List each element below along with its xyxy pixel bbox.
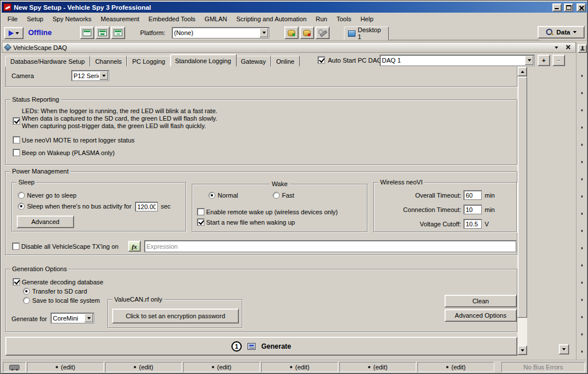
clean-button[interactable]: Clean (444, 295, 517, 307)
generate-for-select[interactable]: CoreMini (51, 313, 94, 323)
menu-item-run[interactable]: Run (311, 14, 332, 24)
beep-wakeup-checkbox[interactable] (13, 149, 20, 156)
database-remove-icon (303, 30, 311, 36)
panel-scroll-down-button[interactable] (559, 344, 569, 354)
panel-menu-button[interactable] (555, 47, 558, 49)
generate-button[interactable]: 1 Generate (5, 337, 517, 356)
generate-for-dropdown-button[interactable] (84, 314, 93, 322)
remote-wakeup-checkbox[interactable] (197, 208, 204, 215)
menu-item-gmlan[interactable]: GMLAN (200, 14, 231, 24)
status-reporting-title: Status Reporting (10, 96, 61, 103)
scroll-up-button[interactable] (517, 67, 527, 76)
transfer-sd-radio[interactable] (23, 288, 30, 295)
disable-tx-checkbox[interactable] (12, 242, 20, 250)
view-button-1[interactable] (80, 26, 94, 39)
minimize-button[interactable] (552, 3, 562, 11)
standalone-logging-page: Camera P12 Series Status Reporting LEDs:… (2, 67, 576, 360)
generate-button-label: Generate (261, 342, 291, 350)
overall-timeout-field[interactable] (463, 190, 482, 200)
menu-item-file[interactable]: File (3, 14, 22, 24)
close-button[interactable] (577, 3, 586, 11)
wake-fast-radio[interactable] (273, 192, 280, 199)
never-sleep-radio[interactable] (18, 192, 25, 199)
led-status-line-1: LEDs: When the logger is running, the re… (22, 107, 218, 114)
advanced-options-button[interactable]: Advanced Options (444, 309, 517, 322)
scroll-down-button[interactable] (517, 345, 527, 355)
camera-dropdown-button[interactable] (99, 71, 108, 80)
connection-timeout-field[interactable] (463, 205, 482, 214)
voltage-cutoff-field[interactable] (463, 219, 482, 229)
tab-standalone-logging[interactable]: Standalone Logging (170, 54, 237, 67)
menu-item-embedded-tools[interactable]: Embedded Tools (144, 14, 200, 24)
status-icon-segment (3, 362, 26, 372)
platform-label: Platform: (140, 29, 165, 36)
title-bar: New Spy Setup - Vehicle Spy 3 Profession… (2, 2, 587, 13)
led-status-checkbox[interactable] (13, 117, 20, 125)
chevron-down-icon (573, 31, 577, 33)
sleep-no-activity-radio[interactable] (18, 203, 25, 210)
menu-item-help[interactable]: Help (356, 14, 378, 24)
menu-item-scripting-and-automation[interactable]: Scripting and Automation (231, 14, 311, 24)
chevron-up-icon (521, 71, 524, 73)
maximize-button[interactable] (564, 3, 573, 11)
database-button-1[interactable] (284, 26, 299, 39)
status-edit-segment-4[interactable]: (edit) (261, 362, 338, 372)
dock-strip (576, 42, 587, 360)
menu-item-spy-networks[interactable]: Spy Networks (48, 14, 96, 24)
status-reporting-group: Status Reporting LEDs: When the logger i… (5, 99, 517, 165)
database-button-2[interactable] (300, 26, 314, 39)
status-edit-label: (edit) (295, 364, 310, 371)
menu-item-measurement[interactable]: Measurement (96, 14, 144, 24)
tab-desktop-1[interactable]: Desktop 1 (344, 26, 389, 40)
view-button-2[interactable] (95, 26, 110, 39)
auto-start-pc-daq-checkbox[interactable] (318, 56, 325, 64)
data-button[interactable]: Data (537, 26, 585, 38)
status-edit-segment-3[interactable]: (edit) (183, 362, 260, 372)
platform-select[interactable]: (None) (172, 27, 269, 38)
expression-input[interactable] (144, 240, 516, 252)
tab-gateway[interactable]: Gateway (236, 56, 271, 67)
vehiclescape-icon (4, 44, 11, 51)
sleep-no-activity-label: Sleep when there's no bus activity for (27, 203, 131, 210)
sleep-timeout-field[interactable] (135, 202, 158, 211)
power-management-title: Power Management (10, 168, 70, 175)
camera-select[interactable]: P12 Series (71, 70, 109, 81)
save-local-radio[interactable] (23, 297, 30, 304)
advanced-button[interactable]: Advanced (17, 215, 74, 228)
menu-item-setup[interactable]: Setup (22, 14, 48, 24)
menu-bar: File Setup Spy Networks Measurement Embe… (2, 13, 587, 25)
tab-channels[interactable]: Channels (90, 56, 127, 67)
database-add-icon (288, 30, 295, 36)
setup-tools-button[interactable] (315, 26, 330, 39)
daq-remove-button[interactable]: − (552, 55, 565, 66)
encryption-password-button[interactable]: Click to set an encryption password (112, 309, 239, 323)
view-button-3[interactable] (111, 26, 125, 39)
new-file-wakeup-label: Start a new file when waking up (206, 219, 295, 226)
neovi-mote-label: Use neoVI MOTE to report logger status (22, 137, 134, 144)
platform-dropdown-button[interactable] (260, 28, 268, 37)
tab-pc-logging[interactable]: PC Logging (127, 56, 171, 67)
play-button[interactable] (4, 27, 24, 39)
app-icon (3, 3, 11, 11)
fx-expression-button[interactable]: fx (128, 241, 141, 252)
daq-add-button[interactable]: + (537, 55, 550, 66)
vertical-scrollbar-thumb[interactable] (517, 76, 527, 318)
daq-select[interactable]: DAQ 1 (380, 55, 535, 66)
daq-dropdown-button[interactable] (525, 56, 533, 65)
panel-close-button[interactable] (564, 44, 572, 51)
status-edit-segment-6[interactable]: (edit) (417, 362, 494, 372)
tab-online[interactable]: Online (271, 56, 300, 67)
new-file-wakeup-checkbox[interactable] (197, 218, 204, 226)
wireless-neovi-group: Wireless neoVI Overall Timeout: min Conn… (373, 182, 517, 232)
status-edit-segment-2[interactable]: (edit) (105, 362, 182, 372)
status-edit-segment-5[interactable]: (edit) (339, 362, 416, 372)
decoding-database-checkbox[interactable] (13, 278, 20, 286)
wake-normal-radio[interactable] (208, 192, 215, 199)
tab-database-hardware-setup[interactable]: Database/Hardware Setup (5, 56, 90, 67)
menu-item-tools[interactable]: Tools (332, 14, 356, 24)
auto-hide-pin-button[interactable] (578, 44, 587, 53)
neovi-mote-checkbox[interactable] (13, 136, 20, 144)
connection-timeout-unit: min (485, 206, 495, 213)
status-edit-segment-1[interactable]: (edit) (27, 362, 104, 372)
sleep-group: Sleep Never go to sleep Sleep when there… (11, 182, 186, 232)
